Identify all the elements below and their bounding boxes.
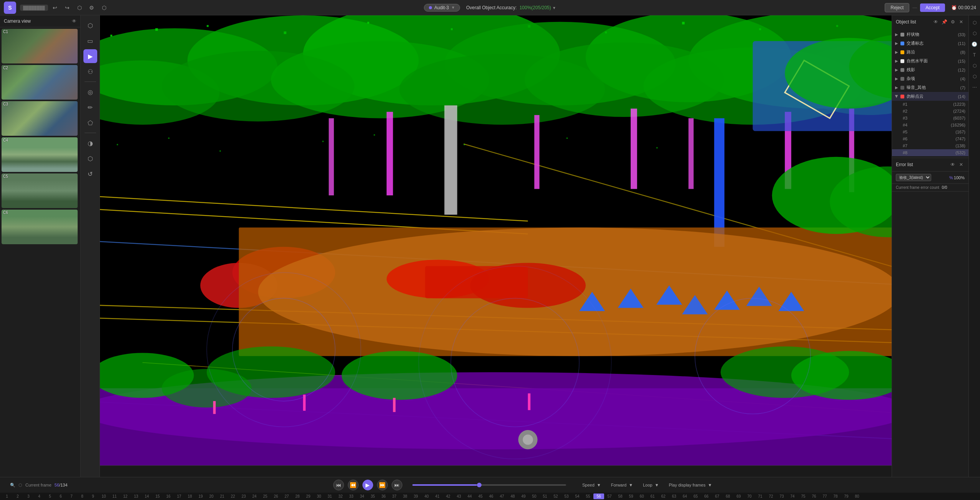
frame-num-52[interactable]: 52 [550, 493, 561, 499]
frame-num-41[interactable]: 41 [432, 493, 443, 499]
frame-num-57[interactable]: 57 [604, 493, 615, 499]
frame-num-50[interactable]: 50 [529, 493, 540, 499]
frame-num-47[interactable]: 47 [497, 493, 507, 499]
frame-num-63[interactable]: 63 [669, 493, 679, 499]
object-list-close-icon[interactable]: ✕ [958, 18, 965, 25]
tool-hexagon[interactable]: ⬡ [83, 18, 97, 32]
frame-num-46[interactable]: 46 [486, 493, 497, 499]
obj-cat-misc[interactable]: ▶ 杂项 (4) [892, 74, 968, 83]
step-back-btn[interactable]: ⏪ [348, 480, 359, 490]
frame-num-42[interactable]: 42 [443, 493, 453, 499]
frame-num-71[interactable]: 71 [755, 493, 766, 499]
camera-thumb-c6[interactable]: C6 [2, 210, 79, 244]
frame-num-20[interactable]: 20 [206, 493, 217, 499]
frame-num-21[interactable]: 21 [217, 493, 228, 499]
frame-num-10[interactable]: 10 [98, 493, 109, 499]
frame-num-12[interactable]: 12 [120, 493, 131, 499]
play-display-label[interactable]: Play display frames [669, 483, 705, 487]
frame-num-40[interactable]: 40 [421, 493, 432, 499]
frame-num-64[interactable]: 64 [679, 493, 690, 499]
frame-num-2[interactable]: 2 [12, 493, 23, 499]
obj-cat-pole[interactable]: ▶ 杆状物 (33) [892, 30, 968, 39]
frame-num-45[interactable]: 45 [475, 493, 486, 499]
micro-icon-box[interactable]: ⬡ [970, 72, 979, 81]
object-list-eye-icon[interactable]: 👁 [932, 18, 939, 25]
frame-num-19[interactable]: 19 [195, 493, 206, 499]
object-list-settings-icon[interactable]: ⚙ [949, 18, 956, 25]
loop-label[interactable]: Loop [643, 483, 652, 487]
micro-icon-clock[interactable]: 🕐 [970, 40, 979, 48]
frame-num-80[interactable]: 80 [852, 493, 862, 499]
speed-label[interactable]: Speed [582, 483, 595, 487]
frame-num-78[interactable]: 78 [830, 493, 841, 499]
frame-num-73[interactable]: 73 [776, 493, 787, 499]
camera-thumb-c3[interactable]: C3 [2, 101, 79, 136]
frame-num-53[interactable]: 53 [561, 493, 572, 499]
frame-num-62[interactable]: 62 [658, 493, 669, 499]
frame-num-60[interactable]: 60 [636, 493, 647, 499]
camera-thumb-c5[interactable]: C5 [2, 173, 79, 208]
tool-refresh[interactable]: ↺ [83, 167, 97, 181]
obj-item-7[interactable]: #7 (138) [892, 142, 968, 149]
obj-cat-traffic[interactable]: ▶ 交通标志 (11) [892, 39, 968, 48]
error-list-close-icon[interactable]: ✕ [958, 161, 965, 168]
frame-num-58[interactable]: 58 [615, 493, 626, 499]
frame-num-31[interactable]: 31 [324, 493, 335, 499]
settings-icon[interactable]: ⚙ [87, 3, 96, 12]
frame-num-79[interactable]: 79 [841, 493, 852, 499]
skip-end-btn[interactable]: ⏭ [392, 480, 402, 490]
frame-num-55[interactable]: 55 [583, 493, 593, 499]
frame-num-48[interactable]: 48 [507, 493, 518, 499]
frame-num-54[interactable]: 54 [572, 493, 583, 499]
frame-num-8[interactable]: 8 [77, 493, 88, 499]
object-list-pin-icon[interactable]: 📌 [941, 18, 948, 25]
tool-person[interactable]: ⚇ [83, 65, 97, 78]
frame-num-30[interactable]: 30 [314, 493, 324, 499]
obj-cat-water[interactable]: ▶ 自然水平面 (15) [892, 57, 968, 65]
camera-thumb-c2[interactable]: C2 [2, 65, 79, 100]
frame-num-1[interactable]: 1 [2, 493, 12, 499]
frame-num-25[interactable]: 25 [260, 493, 271, 499]
step-fwd-btn[interactable]: ⏩ [377, 480, 388, 490]
obj-item-2[interactable]: #2 (2724) [892, 108, 968, 115]
frame-num-4[interactable]: 4 [34, 493, 45, 499]
frame-num-49[interactable]: 49 [518, 493, 529, 499]
frame-num-5[interactable]: 5 [45, 493, 55, 499]
micro-icon-img[interactable]: ⬡ [970, 62, 979, 70]
frame-num-35[interactable]: 35 [367, 493, 378, 499]
frame-num-61[interactable]: 61 [647, 493, 658, 499]
frame-num-23[interactable]: 23 [238, 493, 249, 499]
obj-cat-curb[interactable]: ▶ 路沿 (8) [892, 48, 968, 57]
error-list-eye-icon[interactable]: 👁 [949, 161, 956, 168]
micro-icon-1[interactable]: ⬡ [970, 18, 979, 27]
frame-num-6[interactable]: 6 [55, 493, 66, 499]
obj-item-5[interactable]: #5 (167) [892, 128, 968, 135]
frame-num-26[interactable]: 26 [271, 493, 281, 499]
tool-pointer[interactable]: ▶ [83, 49, 97, 63]
tool-cube[interactable]: ⬡ [83, 152, 97, 165]
frame-num-44[interactable]: 44 [464, 493, 475, 499]
accept-button[interactable]: Accept [920, 3, 945, 12]
frame-num-3[interactable]: 3 [23, 493, 34, 499]
micro-icon-text[interactable]: T [970, 51, 979, 59]
forward-label[interactable]: Forward [611, 483, 626, 487]
frame-num-16[interactable]: 16 [163, 493, 174, 499]
frame-num-67[interactable]: 67 [712, 493, 723, 499]
frame-num-9[interactable]: 9 [88, 493, 98, 499]
frame-num-15[interactable]: 15 [152, 493, 163, 499]
frame-num-11[interactable]: 11 [109, 493, 120, 499]
obj-cat-ghost[interactable]: ▶ 残影 (12) [892, 65, 968, 74]
reject-button[interactable]: Reject [885, 3, 909, 12]
frame-num-68[interactable]: 68 [723, 493, 733, 499]
frame-num-27[interactable]: 27 [281, 493, 292, 499]
frame-num-17[interactable]: 17 [174, 493, 184, 499]
skip-start-btn[interactable]: ⏮ [333, 480, 344, 490]
obj-cat-noise-other[interactable]: ▶ 噪音_其他 (7) [892, 83, 968, 92]
frame-num-34[interactable]: 34 [357, 493, 367, 499]
frame-num-70[interactable]: 70 [744, 493, 755, 499]
frame-num-18[interactable]: 18 [184, 493, 195, 499]
frame-num-51[interactable]: 51 [540, 493, 550, 499]
frame-num-56[interactable]: 56 [593, 493, 604, 499]
frame-num-59[interactable]: 59 [626, 493, 636, 499]
tool-contrast[interactable]: ◑ [83, 136, 97, 150]
